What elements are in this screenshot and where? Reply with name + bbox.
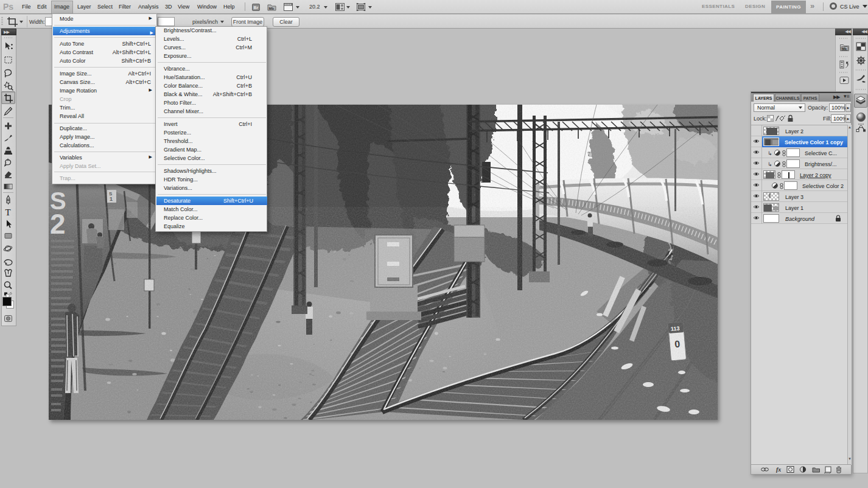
svg-text:T: T bbox=[5, 207, 11, 217]
svg-text:fx: fx bbox=[776, 466, 781, 473]
svg-text:Mb: Mb bbox=[842, 47, 847, 51]
svg-text:Mb: Mb bbox=[269, 7, 275, 10]
